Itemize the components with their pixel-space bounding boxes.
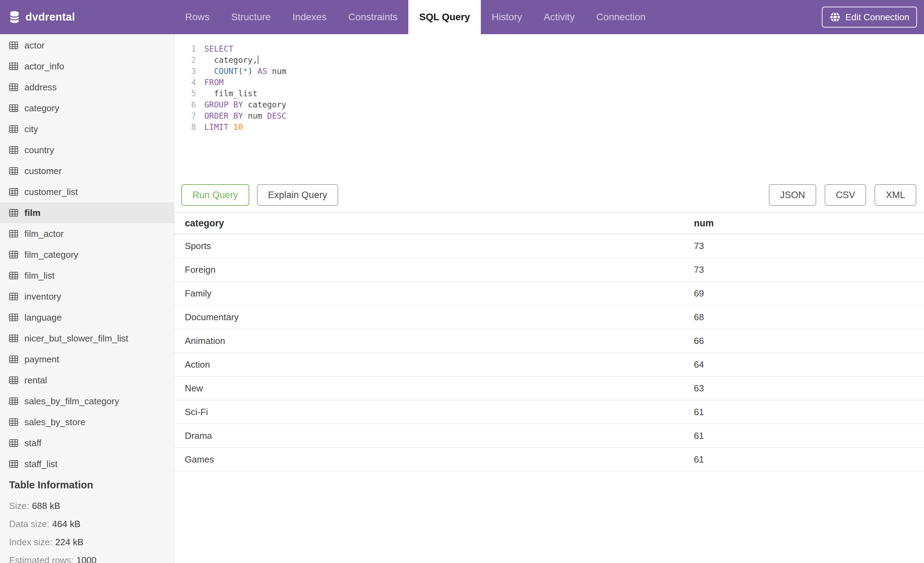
edit-connection-button[interactable]: Edit Connection <box>822 7 917 27</box>
sidebar-item-category[interactable]: category <box>0 98 174 119</box>
tab-activity[interactable]: Activity <box>533 0 585 34</box>
code-line: 7 ORDER BY num DESC <box>174 110 924 122</box>
sidebar-item-film-list[interactable]: film_list <box>0 265 174 286</box>
sidebar-item-city[interactable]: city <box>0 119 174 140</box>
cell-num: 61 <box>694 431 924 441</box>
sidebar-item-staff-list[interactable]: staff_list <box>0 453 174 474</box>
info-value: 464 kB <box>52 519 81 529</box>
sidebar-item-film[interactable]: film <box>0 202 174 223</box>
cell-num: 73 <box>694 241 924 252</box>
table-row[interactable]: Games 61 <box>174 448 924 471</box>
sidebar-item-inventory[interactable]: inventory <box>0 286 174 307</box>
sidebar-item-address[interactable]: address <box>0 77 174 98</box>
explain-query-button[interactable]: Explain Query <box>257 184 339 206</box>
info-label: Index size: <box>9 537 52 547</box>
database-title: dvdrental <box>26 11 75 23</box>
table-icon <box>9 376 18 384</box>
table-icon <box>9 397 18 405</box>
edit-connection-label: Edit Connection <box>845 12 909 23</box>
cell-category: New <box>185 383 694 394</box>
table-row[interactable]: Sci-Fi 61 <box>174 401 924 424</box>
sidebar-item-sales-by-store[interactable]: sales_by_store <box>0 411 174 432</box>
sidebar-item-label: staff <box>24 438 42 449</box>
sidebar-item-label: rental <box>24 375 47 386</box>
table-row[interactable]: New 63 <box>174 377 924 401</box>
sidebar-item-film-actor[interactable]: film_actor <box>0 223 174 244</box>
sidebar-item-label: film_list <box>24 270 55 281</box>
cell-category: Sci-Fi <box>185 407 694 417</box>
table-icon <box>9 104 18 112</box>
sidebar-item-label: customer_list <box>24 187 78 197</box>
table-icon <box>9 125 18 133</box>
table-row[interactable]: Foreign 73 <box>174 258 924 282</box>
sidebar: actor actor_info address category <box>0 34 174 563</box>
table-info-row: Size:688 kB <box>9 501 174 511</box>
sidebar-item-label: sales_by_store <box>24 417 86 428</box>
cell-num: 73 <box>694 264 924 275</box>
table-icon <box>9 356 18 363</box>
table-icon <box>9 167 18 175</box>
sidebar-item-actor[interactable]: actor <box>0 35 174 56</box>
query-actions: Run Query Explain Query <box>182 184 338 206</box>
sidebar-item-film-category[interactable]: film_category <box>0 244 174 265</box>
sidebar-item-payment[interactable]: payment <box>0 349 174 370</box>
code-line: 1 SELECT <box>174 43 924 54</box>
code-line: 4 FROM <box>174 77 924 88</box>
tab-rows[interactable]: Rows <box>174 0 220 34</box>
sidebar-item-rental[interactable]: rental <box>0 370 174 391</box>
table-icon <box>9 230 18 237</box>
sidebar-item-label: category <box>24 103 59 114</box>
sidebar-item-customer[interactable]: customer <box>0 161 174 182</box>
table-row[interactable]: Drama 61 <box>174 424 924 448</box>
sidebar-item-sales-by-film-category[interactable]: sales_by_film_category <box>0 391 174 411</box>
code-text: ORDER BY num DESC <box>204 110 286 122</box>
line-number: 1 <box>174 43 196 54</box>
export-json-button[interactable]: JSON <box>769 184 816 206</box>
sidebar-item-label: nicer_but_slower_film_list <box>24 333 128 344</box>
sidebar-item-nicer-but-slower-film-list[interactable]: nicer_but_slower_film_list <box>0 328 174 349</box>
cell-category: Drama <box>185 431 694 441</box>
export-xml-button[interactable]: XML <box>874 184 916 206</box>
tab-structure[interactable]: Structure <box>220 0 282 34</box>
sidebar-item-staff[interactable]: staff <box>0 432 174 453</box>
code-text: SELECT <box>204 43 233 54</box>
line-number: 4 <box>174 77 196 88</box>
tab-history[interactable]: History <box>481 0 533 34</box>
column-header-num: num <box>694 218 924 229</box>
tab-connection[interactable]: Connection <box>585 0 657 34</box>
tab-indexes[interactable]: Indexes <box>282 0 338 34</box>
table-row[interactable]: Action 64 <box>174 353 924 377</box>
table-row[interactable]: Animation 66 <box>174 329 924 353</box>
table-icon <box>9 314 18 321</box>
cell-category: Sports <box>185 241 694 252</box>
sidebar-item-language[interactable]: language <box>0 307 174 328</box>
export-csv-button[interactable]: CSV <box>825 184 867 206</box>
table-info-heading: Table Information <box>9 479 174 491</box>
code-line: 8 LIMIT 10 <box>174 122 924 132</box>
sidebar-item-actor-info[interactable]: actor_info <box>0 56 174 77</box>
line-number: 6 <box>174 99 196 110</box>
cell-num: 68 <box>694 312 924 323</box>
line-number: 8 <box>174 122 196 132</box>
code-text: FROM <box>204 77 224 88</box>
results-table: category num Sports 73 Foreign 73 Family… <box>174 212 924 471</box>
sidebar-item-label: staff_list <box>24 459 57 470</box>
table-row[interactable]: Family 69 <box>174 282 924 306</box>
tab-sql-query[interactable]: SQL Query <box>408 0 481 34</box>
table-icon <box>9 272 18 279</box>
database-icon <box>10 11 19 23</box>
line-number: 7 <box>174 110 196 122</box>
results-body: Sports 73 Foreign 73 Family 69 Documenta… <box>174 234 924 471</box>
sidebar-item-country[interactable]: country <box>0 140 174 161</box>
cell-num: 61 <box>694 454 924 465</box>
run-query-button[interactable]: Run Query <box>182 184 249 206</box>
sql-editor[interactable]: 1 SELECT 2 category, 3 COUNT(*) AS num 4… <box>174 34 924 181</box>
table-icon <box>9 439 18 447</box>
tab-constraints[interactable]: Constraints <box>338 0 409 34</box>
code-lines: 1 SELECT 2 category, 3 COUNT(*) AS num 4… <box>174 43 924 132</box>
sidebar-item-label: country <box>24 145 54 156</box>
table-row[interactable]: Documentary 68 <box>174 306 924 329</box>
sidebar-item-customer-list[interactable]: customer_list <box>0 182 174 202</box>
table-row[interactable]: Sports 73 <box>174 234 924 258</box>
info-label: Size: <box>9 501 29 511</box>
